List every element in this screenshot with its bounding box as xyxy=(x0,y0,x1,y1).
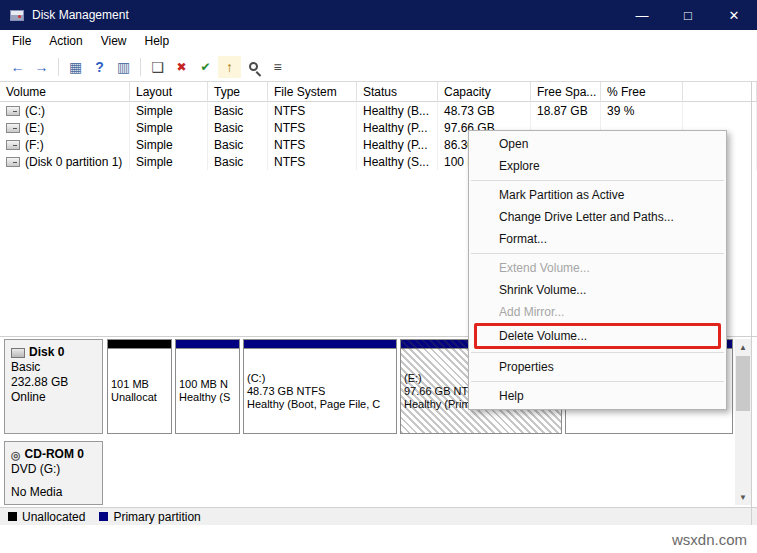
scroll-down-icon[interactable]: ▼ xyxy=(735,489,751,505)
disk0-size: 232.88 GB xyxy=(11,375,96,390)
column-header-percent-free[interactable]: % Free xyxy=(601,82,683,102)
toolbar: ← → ▦ ? ▥ ❑ ✖ ✔ ↑ ≡ xyxy=(0,52,757,82)
column-header-capacity[interactable]: Capacity xyxy=(438,82,531,102)
column-header-filler xyxy=(683,82,757,102)
cell-status: Healthy (S... xyxy=(357,153,438,170)
cell-file-system: NTFS xyxy=(268,102,357,119)
primary-partition-swatch xyxy=(99,512,108,521)
up-folder-icon[interactable]: ↑ xyxy=(218,56,241,78)
context-menu-properties[interactable]: Properties xyxy=(469,356,726,378)
partition-color-strip xyxy=(244,340,396,349)
cell-status: Healthy (P... xyxy=(357,136,438,153)
context-menu-shrink-volume[interactable]: Shrink Volume... xyxy=(469,279,726,301)
app-icon xyxy=(10,10,24,21)
window-controls: — □ ✕ xyxy=(619,0,757,30)
column-header-file-system[interactable]: File System xyxy=(268,82,357,102)
volume-name: (E:) xyxy=(25,121,44,135)
disk0-status: Online xyxy=(11,390,96,405)
toolbar-separator xyxy=(140,58,141,76)
cell-file-system: NTFS xyxy=(268,136,357,153)
column-header-status[interactable]: Status xyxy=(357,82,438,102)
back-icon[interactable]: ← xyxy=(6,56,29,78)
partition-line2: Healthy (S xyxy=(179,391,236,404)
window-right-edge xyxy=(751,82,752,525)
partition-line1: 100 MB N xyxy=(179,378,236,391)
context-menu-change-drive-letter[interactable]: Change Drive Letter and Paths... xyxy=(469,206,726,228)
window-title: Disk Management xyxy=(32,8,129,22)
search-icon[interactable] xyxy=(242,56,265,78)
maximize-button[interactable]: □ xyxy=(665,0,711,30)
legend-unallocated: Unallocated xyxy=(8,510,85,524)
column-header-layout[interactable]: Layout xyxy=(130,82,208,102)
scroll-up-icon[interactable]: ▲ xyxy=(735,339,751,355)
action-pane-icon[interactable]: ❑ xyxy=(146,56,169,78)
column-header-type[interactable]: Type xyxy=(208,82,268,102)
legend-bar: Unallocated Primary partition xyxy=(0,507,757,525)
toolbar-separator xyxy=(58,58,59,76)
column-header-free-space[interactable]: Free Spa... xyxy=(531,82,601,102)
volume-name: (F:) xyxy=(25,138,44,152)
forward-icon[interactable]: → xyxy=(30,56,53,78)
partition-line2: Unallocat xyxy=(111,391,168,404)
cell-status: Healthy (P... xyxy=(357,119,438,136)
disk-management-window: Disk Management — □ ✕ File Action View H… xyxy=(0,0,757,553)
context-menu-add-mirror: Add Mirror... xyxy=(469,301,726,323)
minimize-button[interactable]: — xyxy=(619,0,665,30)
cell-layout: Simple xyxy=(130,119,208,136)
cdrom-name: CD-ROM 0 xyxy=(25,447,84,462)
volume-icon xyxy=(6,123,20,133)
cell-capacity: 48.73 GB xyxy=(438,102,531,119)
cd-icon: ◎ xyxy=(11,450,21,460)
partition-context-menu: Open Explore Mark Partition as Active Ch… xyxy=(468,130,727,410)
menu-view[interactable]: View xyxy=(92,30,136,52)
cell-percent-free: 39 % xyxy=(601,102,683,119)
menu-file[interactable]: File xyxy=(3,30,40,52)
partition-line1: (C:) xyxy=(247,372,393,385)
delete-icon[interactable]: ✖ xyxy=(170,56,193,78)
cell-layout: Simple xyxy=(130,102,208,119)
cell-type: Basic xyxy=(208,136,268,153)
disk0-label-box[interactable]: Disk 0 Basic 232.88 GB Online xyxy=(4,339,103,434)
cdrom-drive: DVD (G:) xyxy=(11,462,96,477)
legend-primary-partition: Primary partition xyxy=(99,510,200,524)
cell-type: Basic xyxy=(208,102,268,119)
partition-unallocated[interactable]: 101 MB Unallocat xyxy=(107,339,172,434)
context-menu-delete-volume[interactable]: Delete Volume... xyxy=(474,323,721,349)
cell-layout: Simple xyxy=(130,153,208,170)
cell-status: Healthy (B... xyxy=(357,102,438,119)
legend-primary-label: Primary partition xyxy=(113,510,200,524)
cdrom-label-box[interactable]: ◎ CD-ROM 0 DVD (G:) No Media xyxy=(4,441,103,505)
volume-row-c[interactable]: (C:) Simple Basic NTFS Healthy (B... 48.… xyxy=(0,102,757,119)
help-icon[interactable]: ? xyxy=(88,56,111,78)
volume-name: (C:) xyxy=(25,104,45,118)
menu-separator xyxy=(471,253,724,254)
cell-file-system: NTFS xyxy=(268,119,357,136)
context-menu-mark-partition-active[interactable]: Mark Partition as Active xyxy=(469,184,726,206)
cell-file-system: NTFS xyxy=(268,153,357,170)
watermark-text: wsxdn.com xyxy=(672,531,747,548)
close-button[interactable]: ✕ xyxy=(711,0,757,30)
check-icon[interactable]: ✔ xyxy=(194,56,217,78)
unallocated-swatch xyxy=(8,512,17,521)
console-tree-icon[interactable]: ▦ xyxy=(64,56,87,78)
list-icon[interactable]: ≡ xyxy=(266,56,289,78)
cell-free-space: 18.87 GB xyxy=(531,102,601,119)
show-console-icon[interactable]: ▥ xyxy=(112,56,135,78)
column-header-volume[interactable]: Volume xyxy=(0,82,130,102)
context-menu-explore[interactable]: Explore xyxy=(469,155,726,177)
menu-help[interactable]: Help xyxy=(136,30,179,52)
context-menu-format[interactable]: Format... xyxy=(469,228,726,250)
menu-action[interactable]: Action xyxy=(40,30,91,52)
partition-c[interactable]: (C:) 48.73 GB NTFS Healthy (Boot, Page F… xyxy=(243,339,397,434)
disk-icon xyxy=(11,348,25,358)
disk0-name: Disk 0 xyxy=(29,345,64,360)
magnifier-glyph xyxy=(249,62,258,71)
bottom-strip: wsxdn.com xyxy=(0,525,757,553)
partition-line2: 48.73 GB NTFS xyxy=(247,385,393,398)
context-menu-open[interactable]: Open xyxy=(469,133,726,155)
context-menu-help[interactable]: Help xyxy=(469,385,726,407)
disk0-type: Basic xyxy=(11,360,96,375)
scrollbar-thumb[interactable] xyxy=(736,356,750,411)
vertical-scrollbar[interactable]: ▲ ▼ xyxy=(735,339,751,505)
partition-system-reserved[interactable]: 100 MB N Healthy (S xyxy=(175,339,240,434)
